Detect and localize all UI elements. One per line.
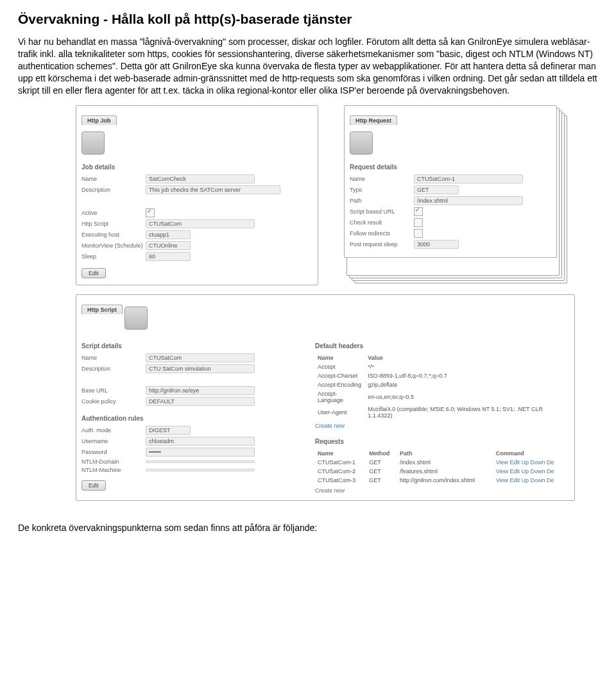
password-label: Password: [81, 449, 146, 455]
requests-table: Name Method Path Command CTUSatCom-1GET/…: [315, 449, 569, 485]
base-url-input[interactable]: http://gnilron.se/eye: [146, 386, 255, 395]
req-name-col: Name: [315, 449, 366, 458]
auth-mode-select[interactable]: DIGEST: [146, 426, 191, 435]
script-name-input[interactable]: CTUSatCom: [146, 353, 255, 362]
username-input[interactable]: chloeadm: [146, 437, 255, 446]
ntlm-domain-label: NTLM-Domain: [81, 459, 146, 465]
edit-button[interactable]: Edit: [81, 480, 106, 491]
default-headers-heading: Default headers: [315, 342, 569, 349]
create-new-link[interactable]: Create new: [315, 423, 345, 429]
password-input[interactable]: ••••••: [146, 448, 255, 457]
table-row: Accept*/*: [315, 362, 569, 371]
http-script-label: Http Script: [81, 221, 146, 227]
base-url-label: Base URL: [81, 387, 146, 394]
sleep-input[interactable]: 60: [146, 252, 191, 261]
tab-http-request[interactable]: Http Request: [350, 115, 397, 125]
create-new-link[interactable]: Create new: [315, 487, 345, 494]
request-icon: [350, 131, 373, 155]
post-sleep-label: Post request sleep: [350, 241, 414, 248]
table-row: User-AgentMozilla/4.0 (compatible; MSIE …: [315, 405, 569, 420]
table-row: CTUSatCom-1GET/index.shtmlView Edit Up D…: [315, 458, 569, 467]
page-title: Övervakning - Hålla koll på http(s)-base…: [18, 12, 598, 27]
script-url-checkbox[interactable]: [414, 207, 423, 216]
table-row: Accept-Encodinggzip,deflate: [315, 380, 569, 389]
job-icon: [81, 131, 105, 155]
name-label: Name: [81, 176, 146, 182]
job-description-input[interactable]: This job checks the SATCom server: [146, 185, 280, 194]
req-name-input[interactable]: CTUSatCom-1: [414, 174, 523, 183]
headers-table: Name Value Accept*/* Accept-CharsetISO-8…: [315, 353, 569, 420]
ntlm-domain-input[interactable]: [146, 460, 255, 463]
script-description-label: Description: [81, 366, 146, 372]
http-script-select[interactable]: CTUSatCom: [146, 219, 255, 228]
check-result-checkbox[interactable]: [414, 218, 423, 227]
executing-host-label: Executing host: [81, 231, 146, 238]
req-path-col: Path: [397, 449, 493, 458]
http-script-panel: Http Script Script details NameCTUSatCom…: [76, 294, 575, 501]
description-label: Description: [81, 187, 146, 193]
http-request-panel: Http Request Request details NameCTUSatC…: [344, 105, 557, 258]
req-type-select[interactable]: GET: [414, 185, 459, 194]
job-name-input[interactable]: SatComCheck: [146, 174, 255, 183]
http-job-panel: Http Job Job details NameSatComCheck Des…: [76, 105, 318, 285]
script-description-input[interactable]: CTU SatCom simulation: [146, 364, 255, 373]
req-path-label: Path: [350, 198, 414, 204]
table-row: Accept-Languageen-us,en;sv;q=0.5: [315, 389, 569, 405]
headers-value-col: Value: [365, 353, 569, 362]
script-icon: [124, 307, 148, 330]
req-name-label: Name: [350, 176, 414, 182]
job-details-heading: Job details: [81, 164, 312, 171]
post-sleep-input[interactable]: 3000: [414, 240, 459, 249]
follow-redirects-label: Follow redirects: [350, 230, 414, 237]
edit-button[interactable]: Edit: [81, 268, 106, 278]
http-request-stack: Http Request Request details NameCTUSatC…: [344, 105, 569, 285]
monitorview-select[interactable]: CTUOnline: [146, 241, 191, 250]
tab-http-job[interactable]: Http Job: [81, 115, 117, 125]
sleep-label: Sleep: [81, 253, 146, 260]
table-row: Accept-CharsetISO-8859-1,utf-8;q=0.7,*;q…: [315, 371, 569, 380]
cookie-policy-select[interactable]: DEFAULT: [146, 397, 255, 406]
auth-mode-label: Auth. mode: [81, 427, 146, 433]
ntlm-machine-label: NTLM-Machine: [81, 467, 146, 473]
ntlm-machine-input[interactable]: [146, 469, 255, 471]
table-row: CTUSatCom-2GET/features.shtmlView Edit U…: [315, 467, 569, 476]
script-name-label: Name: [81, 355, 146, 361]
footer-paragraph: De konkreta övervakningspunkterna som se…: [18, 523, 598, 533]
req-method-col: Method: [366, 449, 397, 458]
username-label: Username: [81, 438, 146, 444]
tab-http-script[interactable]: Http Script: [81, 305, 123, 314]
request-details-heading: Request details: [350, 164, 551, 171]
table-row: CTUSatCom-3GEThttp://gnilron.com/index.s…: [315, 476, 569, 485]
headers-name-col: Name: [315, 353, 365, 362]
cookie-policy-label: Cookie policy: [81, 398, 146, 405]
script-details-heading: Script details: [81, 342, 293, 349]
follow-redirects-checkbox[interactable]: [414, 229, 423, 238]
active-label: Active: [81, 210, 146, 216]
executing-host-select[interactable]: ctuapp1: [146, 230, 191, 239]
monitorview-label: MonitorView (Schedule): [81, 242, 146, 249]
req-command-col: Command: [493, 449, 569, 458]
script-url-label: Script based URL: [350, 208, 414, 215]
active-checkbox[interactable]: [146, 208, 155, 217]
check-result-label: Check result: [350, 219, 414, 226]
req-path-input[interactable]: /index.shtml: [414, 196, 523, 205]
intro-paragraph: Vi har nu behandlat en massa "lågnivå-öv…: [18, 36, 598, 96]
screenshots-container: Http Job Job details NameSatComCheck Des…: [76, 105, 576, 501]
requests-heading: Requests: [315, 438, 569, 445]
req-type-label: Type: [350, 187, 414, 193]
auth-rules-heading: Authentication rules: [81, 415, 293, 422]
